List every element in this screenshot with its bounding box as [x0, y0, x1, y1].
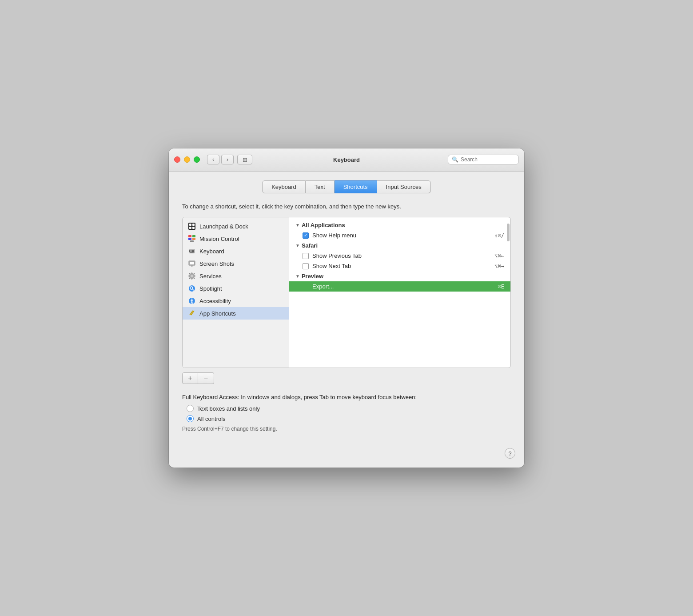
svg-rect-17 [192, 251, 193, 252]
svg-rect-8 [192, 238, 195, 240]
triangle-safari: ▼ [295, 243, 300, 248]
shortcut-key-show-help-menu: ⇧⌘/ [494, 232, 504, 239]
window-title: Keyboard [333, 156, 360, 163]
shortcuts-sidebar: Launchpad & Dock Mission Control Keyboar… [183, 217, 289, 368]
svg-rect-13 [192, 250, 193, 251]
radio-label-all-controls: All controls [197, 416, 226, 422]
svg-rect-16 [191, 251, 191, 252]
nav-buttons: ‹ › [207, 155, 234, 164]
search-box[interactable]: 🔍 [448, 155, 519, 164]
checkbox-show-help-menu[interactable]: ✓ [303, 232, 309, 239]
shortcut-export[interactable]: Export... ⌘E [289, 281, 510, 292]
tab-bar: Keyboard Text Shortcuts Input Sources [182, 180, 511, 193]
svg-rect-1 [189, 224, 191, 226]
shortcut-show-help-menu[interactable]: ✓ Show Help menu ⇧⌘/ [289, 230, 510, 240]
svg-rect-18 [193, 251, 194, 252]
forward-icon: › [227, 156, 228, 163]
main-panel: Launchpad & Dock Mission Control Keyboar… [182, 217, 511, 368]
services-icon [188, 272, 196, 280]
scrollbar-track[interactable] [507, 219, 510, 241]
remove-shortcut-button[interactable]: − [198, 372, 214, 384]
sidebar-item-spotlight[interactable]: Spotlight [183, 282, 289, 295]
scrollbar-thumb[interactable] [507, 224, 510, 241]
search-icon: 🔍 [452, 156, 458, 163]
group-label-all-applications: All Applications [302, 222, 345, 228]
group-label-preview: Preview [302, 273, 323, 280]
keyboard-access-title: Full Keyboard Access: In windows and dia… [182, 394, 511, 400]
tab-shortcuts[interactable]: Shortcuts [335, 180, 377, 193]
tab-input-sources[interactable]: Input Sources [377, 180, 431, 193]
mission-control-icon [188, 235, 196, 243]
sidebar-item-mission-control[interactable]: Mission Control [183, 232, 289, 245]
radio-text-boxes[interactable] [187, 405, 194, 412]
shortcut-name-show-help-menu: Show Help menu [312, 232, 494, 239]
svg-rect-4 [192, 227, 195, 229]
radio-label-text-boxes: Text boxes and lists only [197, 405, 260, 412]
svg-rect-3 [189, 227, 191, 229]
sidebar-item-accessibility[interactable]: Accessibility [183, 295, 289, 307]
sidebar-label-app-shortcuts: App Shortcuts [199, 310, 236, 317]
checkbox-show-next-tab[interactable] [303, 263, 309, 269]
shortcut-show-next-tab[interactable]: Show Next Tab ⌥⌘→ [289, 261, 510, 271]
sidebar-label-mission-control: Mission Control [199, 236, 239, 242]
shortcuts-list: ▼ All Applications ✓ Show Help menu ⇧⌘/ … [289, 217, 510, 294]
sidebar-label-launchpad: Launchpad & Dock [199, 223, 248, 230]
shortcut-name-show-previous-tab: Show Previous Tab [312, 252, 494, 259]
svg-point-29 [191, 299, 193, 300]
forward-button[interactable]: › [221, 155, 234, 164]
svg-point-24 [191, 275, 193, 277]
group-label-safari: Safari [302, 242, 318, 249]
sidebar-item-services[interactable]: Services [183, 270, 289, 282]
add-remove-bar: + − [182, 372, 511, 384]
close-button[interactable] [174, 156, 180, 163]
shortcuts-panel: ▼ All Applications ✓ Show Help menu ⇧⌘/ … [289, 217, 510, 368]
svg-rect-2 [192, 224, 195, 226]
app-shortcuts-icon [188, 309, 196, 317]
maximize-button[interactable] [194, 156, 200, 163]
sidebar-item-screenshots[interactable]: Screen Shots [183, 257, 289, 270]
sidebar-item-launchpad[interactable]: Launchpad & Dock [183, 220, 289, 232]
shortcut-key-show-previous-tab: ⌥⌘← [494, 253, 504, 259]
svg-rect-19 [190, 252, 194, 253]
grid-button[interactable]: ⊞ [237, 155, 252, 164]
tab-keyboard[interactable]: Keyboard [262, 180, 306, 193]
content-area: Keyboard Text Shortcuts Input Sources To… [169, 172, 524, 446]
group-safari[interactable]: ▼ Safari [289, 240, 510, 251]
sidebar-label-keyboard: Keyboard [199, 248, 224, 255]
svg-rect-6 [192, 235, 195, 237]
sidebar-label-accessibility: Accessibility [199, 298, 231, 304]
checkbox-show-previous-tab[interactable] [303, 253, 309, 259]
shortcut-show-previous-tab[interactable]: Show Previous Tab ⌥⌘← [289, 251, 510, 261]
sidebar-label-spotlight: Spotlight [199, 285, 222, 292]
titlebar: ‹ › ⊞ Keyboard 🔍 [169, 148, 524, 172]
svg-rect-7 [188, 238, 191, 240]
ctrl-note: Press Control+F7 to change this setting. [182, 426, 511, 432]
svg-rect-15 [189, 251, 190, 252]
back-button[interactable]: ‹ [207, 155, 219, 164]
radio-row-all-controls[interactable]: All controls [187, 415, 511, 422]
search-input[interactable] [461, 156, 515, 163]
group-preview[interactable]: ▼ Preview [289, 271, 510, 281]
help-button[interactable]: ? [505, 448, 515, 459]
add-shortcut-button[interactable]: + [182, 372, 198, 384]
description-text: To change a shortcut, select it, click t… [182, 202, 511, 211]
sidebar-item-app-shortcuts[interactable]: App Shortcuts [183, 307, 289, 320]
accessibility-icon [188, 297, 196, 305]
radio-all-controls[interactable] [187, 415, 194, 422]
spotlight-icon [188, 284, 196, 292]
shortcut-name-export: Export... [303, 283, 498, 290]
sidebar-label-screenshots: Screen Shots [199, 260, 234, 267]
svg-rect-14 [193, 250, 194, 251]
radio-row-text-boxes[interactable]: Text boxes and lists only [187, 405, 511, 412]
sidebar-item-keyboard[interactable]: Keyboard [183, 245, 289, 257]
minimize-button[interactable] [184, 156, 190, 163]
grid-icon: ⊞ [243, 156, 247, 163]
launchpad-icon [188, 222, 196, 230]
keyboard-access-section: Full Keyboard Access: In windows and dia… [182, 394, 511, 432]
tab-text[interactable]: Text [306, 180, 335, 193]
svg-point-25 [189, 285, 195, 292]
group-all-applications[interactable]: ▼ All Applications [289, 220, 510, 230]
svg-rect-5 [188, 235, 191, 237]
back-icon: ‹ [212, 156, 214, 163]
svg-marker-21 [191, 265, 193, 267]
